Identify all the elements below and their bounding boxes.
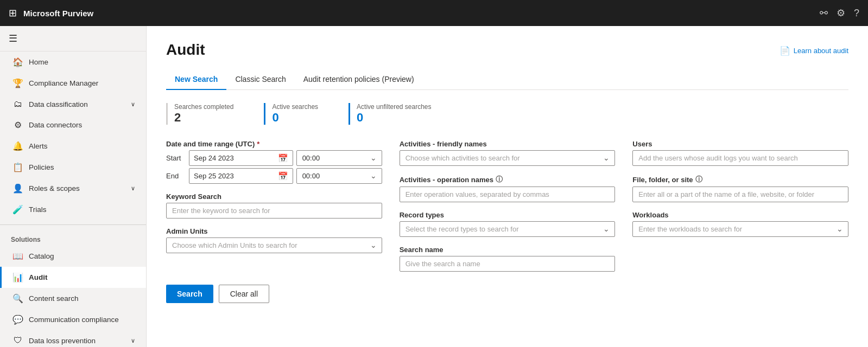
stat-active-searches-value: 0 (272, 111, 318, 125)
keyword-input[interactable] (166, 203, 382, 219)
sidebar-item-policies-label: Policies (29, 163, 54, 171)
document-icon: 📄 (780, 46, 790, 56)
chevron-down-icon: ∨ (131, 101, 135, 108)
solutions-label: Solutions (0, 229, 146, 246)
form-col-2: Activities - friendly names Choose which… (400, 140, 616, 272)
search-nav-icon: 🔍 (12, 293, 23, 304)
main-content: Audit 📄 Learn about audit New Search Cla… (147, 26, 868, 347)
audit-icon: 📊 (12, 272, 23, 282)
calendar-icon-end[interactable]: 📅 (274, 171, 293, 181)
file-folder-input[interactable] (632, 187, 848, 202)
sidebar-item-roles-scopes[interactable]: 👤 Roles & scopes ∨ (0, 178, 146, 199)
search-name-group: Search name (400, 246, 616, 272)
sidebar-item-data-classification[interactable]: 🗂 Data classification ∨ (0, 94, 146, 114)
sidebar-item-data-loss-prevention[interactable]: 🛡 Data loss prevention ∨ (0, 330, 146, 347)
sidebar-item-data-connectors[interactable]: ⚙ Data connectors (0, 114, 146, 136)
activities-friendly-select[interactable]: Choose which activities to search for (400, 150, 616, 166)
start-date-input[interactable] (189, 151, 274, 165)
search-name-label: Search name (400, 246, 616, 254)
sidebar-item-roles-label: Roles & scopes (29, 184, 80, 192)
start-date-row: Start 📅 00:00 (166, 150, 382, 166)
file-folder-group: File, folder, or site ⓘ (632, 175, 848, 202)
admin-units-group: Admin Units Choose which Admin Units to … (166, 227, 382, 253)
sidebar-item-home[interactable]: 🏠 Home (0, 52, 146, 73)
workloads-select[interactable]: Enter the workloads to search for (632, 221, 848, 237)
sidebar-item-dlp-label: Data loss prevention (29, 337, 96, 345)
end-label: End (166, 172, 186, 180)
activities-friendly-select-wrapper: Choose which activities to search for (400, 150, 616, 166)
chevron-down-icon-roles: ∨ (131, 185, 135, 192)
end-time-select[interactable]: 00:00 (296, 168, 382, 184)
sidebar-item-home-label: Home (29, 58, 48, 66)
required-star: * (257, 140, 259, 148)
activities-operation-group: Activities - operation names ⓘ (400, 175, 616, 202)
info-icon-file[interactable]: ⓘ (695, 175, 702, 184)
sidebar-item-catalog-label: Catalog (29, 252, 54, 260)
sidebar-item-catalog[interactable]: 📖 Catalog (0, 246, 146, 267)
date-range-group: Date and time range (UTC) * Start 📅 00:0… (166, 140, 382, 184)
waffle-icon[interactable]: ⊞ (9, 7, 17, 19)
stat-active-searches: Active searches 0 (264, 103, 333, 125)
sidebar-top: ☰ (0, 26, 146, 52)
page-header: Audit 📄 Learn about audit (166, 41, 848, 59)
page-title: Audit (166, 41, 205, 59)
workloads-label: Workloads (632, 211, 848, 219)
connectors-icon: ⚙ (12, 120, 23, 130)
tab-new-search[interactable]: New Search (166, 69, 226, 90)
admin-units-select-wrapper: Choose which Admin Units to search for (166, 237, 382, 253)
keyword-label: Keyword Search (166, 192, 382, 201)
record-types-select[interactable]: Select the record types to search for (400, 221, 616, 237)
start-time-select[interactable]: 00:00 (296, 150, 382, 166)
home-icon: 🏠 (12, 57, 23, 67)
end-date-input[interactable] (189, 169, 274, 183)
sidebar-item-content-search-label: Content search (29, 294, 79, 303)
roles-icon: 👤 (12, 183, 23, 194)
catalog-icon: 📖 (12, 251, 23, 261)
sidebar-item-content-search[interactable]: 🔍 Content search (0, 288, 146, 309)
search-name-input[interactable] (400, 256, 616, 272)
learn-about-audit-link[interactable]: 📄 Learn about audit (780, 46, 848, 56)
admin-units-select[interactable]: Choose which Admin Units to search for (166, 237, 382, 253)
policies-icon: 📋 (12, 162, 23, 172)
info-icon-operations[interactable]: ⓘ (496, 175, 503, 184)
users-input[interactable] (632, 150, 848, 166)
app-title: Microsoft Purview (23, 9, 813, 18)
trials-icon: 🧪 (12, 204, 23, 215)
clear-all-button[interactable]: Clear all (219, 285, 269, 303)
activities-friendly-label: Activities - friendly names (400, 140, 616, 148)
settings-icon[interactable]: ⚙ (837, 7, 845, 19)
tab-retention-policies[interactable]: Audit retention policies (Preview) (295, 69, 423, 90)
calendar-icon-start[interactable]: 📅 (274, 153, 293, 163)
sidebar-item-policies[interactable]: 📋 Policies (0, 157, 146, 178)
admin-units-label: Admin Units (166, 227, 382, 235)
sidebar-item-trials[interactable]: 🧪 Trials (0, 199, 146, 220)
sidebar-item-communication-label: Communication compliance (29, 316, 119, 324)
help-icon[interactable]: ? (854, 8, 859, 19)
stat-active-searches-label: Active searches (272, 103, 318, 111)
sidebar-item-communication-compliance[interactable]: 💬 Communication compliance (0, 309, 146, 330)
end-date-input-wrapper: 📅 (189, 168, 293, 184)
network-icon[interactable]: ⚯ (820, 7, 828, 19)
dlp-icon: 🛡 (12, 336, 23, 345)
start-label: Start (166, 154, 186, 162)
sidebar-divider (0, 224, 146, 225)
stats-row: Searches completed 2 Active searches 0 A… (166, 103, 848, 125)
sidebar-item-alerts[interactable]: 🔔 Alerts (0, 136, 146, 157)
workloads-select-wrapper: Enter the workloads to search for (632, 221, 848, 237)
start-time-wrapper: 00:00 (296, 150, 382, 166)
stat-active-unfiltered-value: 0 (357, 111, 431, 125)
start-date-input-wrapper: 📅 (189, 150, 293, 166)
tab-classic-search[interactable]: Classic Search (226, 69, 294, 90)
sidebar-item-audit-label: Audit (29, 273, 48, 281)
chevron-down-icon-dlp: ∨ (131, 337, 135, 344)
sidebar-item-alerts-label: Alerts (29, 142, 48, 150)
search-button[interactable]: Search (166, 285, 213, 303)
sidebar-item-compliance-manager[interactable]: 🏆 Compliance Manager (0, 73, 146, 94)
sidebar-item-audit[interactable]: 📊 Audit (0, 267, 146, 288)
activities-operation-label: Activities - operation names ⓘ (400, 175, 616, 184)
end-date-row: End 📅 00:00 (166, 168, 382, 184)
hamburger-icon[interactable]: ☰ (9, 33, 17, 44)
sidebar-item-compliance-label: Compliance Manager (29, 79, 98, 87)
date-range-label: Date and time range (UTC) * (166, 140, 382, 148)
activities-operation-input[interactable] (400, 187, 616, 202)
